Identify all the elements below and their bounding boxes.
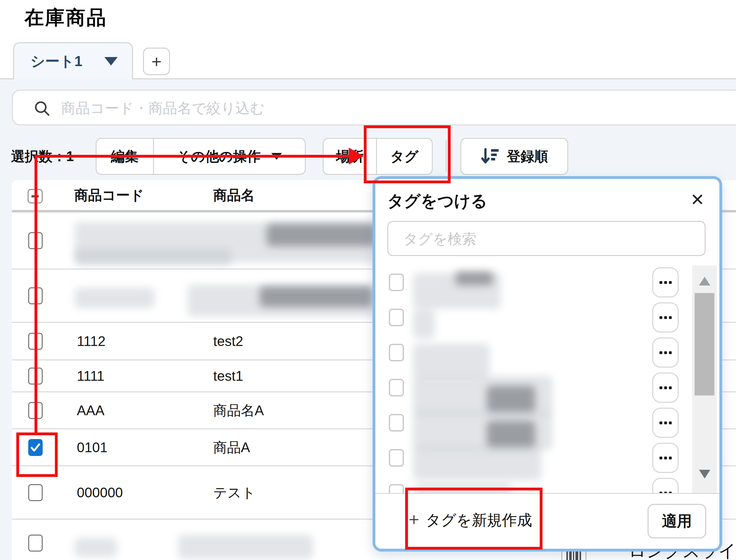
tag-checkbox[interactable]: [389, 309, 404, 326]
tag-checkbox[interactable]: [389, 344, 404, 361]
ellipsis-icon: [669, 316, 672, 319]
plus-icon: +: [151, 51, 162, 72]
tag-checkbox[interactable]: [389, 379, 404, 396]
blurred-text: [266, 224, 376, 246]
blurred-text: [178, 535, 313, 559]
scrollbar[interactable]: [692, 265, 717, 493]
ellipsis-icon: [660, 316, 662, 319]
tag-checkbox[interactable]: [389, 449, 404, 467]
blurred-text: [75, 288, 155, 308]
close-icon[interactable]: ✕: [684, 186, 711, 213]
ellipsis-icon: [669, 351, 672, 354]
annotation-box-checkbox: [16, 432, 58, 477]
blurred-tag-label: [413, 343, 490, 378]
ellipsis-icon: [664, 421, 667, 424]
scroll-up-icon[interactable]: [699, 277, 710, 285]
cell-product-name: 商品名A: [213, 401, 264, 420]
cell-product-name: 商品A: [213, 438, 250, 457]
cell-product-name: test2: [213, 333, 243, 349]
tab-sheet1-label: シート1: [30, 52, 82, 71]
cell-product-code: 000000: [77, 485, 123, 500]
sort-order-button[interactable]: 登録順: [460, 138, 568, 175]
ellipsis-icon: [664, 351, 667, 354]
column-header-name: 商品名: [213, 180, 255, 210]
blurred-tag-label: [413, 446, 542, 480]
blurred-tag-label: [487, 421, 535, 448]
cell-product-code: 1112: [77, 333, 105, 349]
ellipsis-icon: [669, 386, 672, 389]
sort-order-label: 登録順: [507, 147, 548, 166]
tag-search-input[interactable]: [403, 224, 692, 254]
tab-sheet1[interactable]: シート1: [13, 42, 133, 79]
tag-options-button[interactable]: [652, 373, 679, 403]
tag-options-button[interactable]: [652, 338, 679, 368]
ellipsis-icon: [664, 386, 667, 389]
tag-checkbox[interactable]: [389, 274, 404, 291]
ellipsis-icon: [660, 351, 662, 354]
filter-bar: [12, 90, 736, 125]
blurred-tag-label: [487, 386, 535, 413]
blurred-text: [260, 286, 373, 307]
tag-options-button[interactable]: [652, 408, 679, 438]
annotation-box-tag-button: [364, 125, 451, 183]
ellipsis-icon: [660, 281, 662, 284]
filter-input[interactable]: [60, 93, 689, 123]
ellipsis-icon: [669, 281, 672, 284]
annotation-arrowhead-icon: [349, 148, 364, 165]
annotation-vertical-line: [34, 155, 37, 434]
cell-product-code: 1111: [77, 368, 104, 384]
cell-product-code: AAA: [77, 403, 104, 418]
cell-product-name: test1: [213, 368, 243, 384]
tag-options-button[interactable]: [652, 443, 679, 473]
blurred-text: [75, 249, 231, 266]
apply-button[interactable]: 適用: [648, 504, 706, 538]
row-checkbox[interactable]: [28, 535, 43, 552]
tag-checkbox[interactable]: [389, 414, 404, 432]
ellipsis-icon: [660, 457, 662, 459]
tag-search-field: [387, 221, 706, 256]
popup-title: タグをつける: [387, 190, 487, 212]
blurred-text: [75, 538, 117, 557]
tag-options-button[interactable]: [652, 267, 679, 297]
tag-options-button[interactable]: [652, 302, 679, 332]
scroll-down-icon[interactable]: [699, 470, 710, 479]
sort-descending-icon: [481, 147, 500, 166]
annotation-box-create-tag: [405, 488, 543, 550]
page-title: 在庫商品: [24, 4, 107, 31]
search-icon: [33, 99, 51, 118]
add-sheet-button[interactable]: +: [143, 48, 170, 75]
column-header-code: 商品コード: [74, 180, 144, 210]
row-checkbox[interactable]: [28, 484, 43, 501]
ellipsis-icon: [664, 457, 667, 459]
annotation-arrow-line: [34, 155, 349, 158]
blurred-tag-label: [413, 309, 435, 339]
ellipsis-icon: [669, 421, 672, 424]
cell-product-name: テスト: [213, 483, 255, 502]
chevron-down-icon: [104, 57, 118, 65]
ellipsis-icon: [660, 386, 662, 389]
ellipsis-icon: [664, 281, 667, 284]
blurred-tag-label: [455, 271, 493, 285]
cell-product-code: 0101: [77, 440, 108, 455]
apply-button-label: 適用: [662, 511, 692, 531]
ellipsis-icon: [660, 421, 662, 424]
scrollbar-thumb[interactable]: [695, 293, 714, 395]
ellipsis-icon: [664, 316, 667, 319]
ellipsis-icon: [669, 457, 672, 459]
